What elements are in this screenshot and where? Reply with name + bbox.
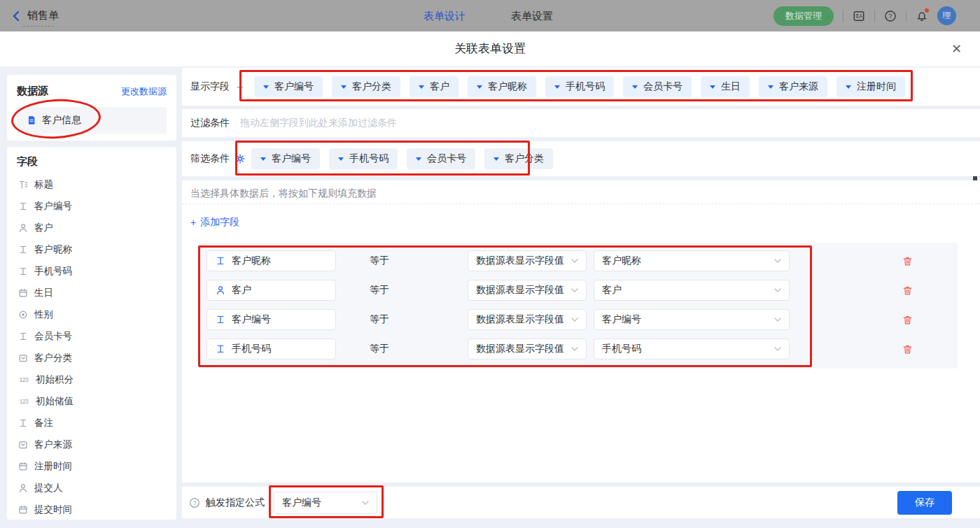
field-chip[interactable]: 生日 xyxy=(701,76,750,97)
field-item[interactable]: 客户分类 xyxy=(7,347,176,369)
avatar[interactable]: 理 xyxy=(937,6,956,25)
gear-icon[interactable] xyxy=(235,154,245,164)
topbar: 销售单 表单设计 表单设置 数据管理 A ? 理 xyxy=(0,0,980,31)
document-icon xyxy=(27,115,36,125)
field-item[interactable]: 123 初始积分 xyxy=(7,369,176,390)
rule-value-select[interactable]: 客户编号 xyxy=(594,309,790,330)
rule-source-select[interactable]: 数据源表显示字段值 xyxy=(468,280,587,301)
field-chip[interactable]: 客户分类 xyxy=(332,76,400,97)
chevron-down-icon xyxy=(341,85,346,89)
rule-target-field[interactable]: 客户编号 xyxy=(206,309,336,330)
field-item[interactable]: 提交人 xyxy=(7,477,176,499)
field-item[interactable]: 提交时间 xyxy=(7,499,176,520)
field-chip[interactable]: 手机号码 xyxy=(545,76,614,97)
datasource-selected-item[interactable]: 客户信息 xyxy=(17,107,167,134)
svg-text:A: A xyxy=(859,13,863,20)
field-item[interactable]: 手机号码 xyxy=(7,260,176,282)
chevron-down-icon xyxy=(477,85,482,89)
field-chip[interactable]: 会员卡号 xyxy=(623,76,692,97)
field-item[interactable]: 客户编号 xyxy=(7,195,176,217)
back-icon[interactable] xyxy=(11,10,21,22)
filter-condition-row[interactable]: 过滤条件 拖动左侧字段到此处来添加过滤条件 xyxy=(182,109,980,137)
field-item[interactable]: 客户昵称 xyxy=(7,238,176,260)
rule-source-select[interactable]: 数据源表显示字段值 xyxy=(468,338,587,359)
modal-header: 关联表单设置 ✕ xyxy=(0,31,980,66)
chevron-down-icon xyxy=(774,259,781,263)
radio-icon xyxy=(18,310,28,320)
fields-title: 字段 xyxy=(7,155,176,173)
field-item[interactable]: 会员卡号 xyxy=(7,325,176,347)
field-item[interactable]: 注册时间 xyxy=(7,455,176,477)
user-icon xyxy=(216,285,225,295)
display-fields-row: 显示字段 + 客户编号 客户分类 客户 客户昵称 手机号码 会员卡号 生日 客户… xyxy=(182,68,980,106)
field-item[interactable]: 生日 xyxy=(7,282,176,304)
help-icon[interactable]: ? xyxy=(884,10,897,22)
rule-value-select[interactable]: 客户 xyxy=(594,280,790,301)
datasource-title: 数据源 xyxy=(17,85,48,98)
field-item[interactable]: 客户来源 xyxy=(7,434,176,455)
text-field-icon xyxy=(18,245,28,255)
close-icon[interactable]: ✕ xyxy=(951,41,962,57)
tab-form-design[interactable]: 表单设计 xyxy=(424,0,465,31)
notification-bell-icon[interactable] xyxy=(916,10,928,22)
rule-operator: 等于 xyxy=(370,343,391,355)
text-field-icon xyxy=(216,256,225,266)
rule-value-select[interactable]: 客户昵称 xyxy=(594,250,790,271)
calendar-icon xyxy=(18,505,28,515)
text-field-icon xyxy=(216,315,225,324)
field-item[interactable]: 备注 xyxy=(7,412,176,434)
divider xyxy=(874,10,875,22)
fields-card: 字段 标题 客户编号 客户 客户昵称 手机号码 xyxy=(7,147,176,520)
field-chip[interactable]: 手机号码 xyxy=(329,148,398,169)
chevron-down-icon xyxy=(554,85,560,89)
delete-rule-icon[interactable] xyxy=(902,344,913,355)
tab-form-settings[interactable]: 表单设置 xyxy=(511,0,553,31)
screening-condition-row: 筛选条件 客户编号 手机号码 会员卡号 客户分类 xyxy=(182,141,980,176)
delete-rule-icon[interactable] xyxy=(902,315,913,325)
trigger-formula-select[interactable]: 客户编号 xyxy=(274,492,377,514)
delete-rule-icon[interactable] xyxy=(902,256,913,266)
add-field-link[interactable]: + 添加字段 xyxy=(190,216,239,229)
svg-text:?: ? xyxy=(193,499,197,506)
footer-bar: ? 触发指定公式 客户编号 保存 xyxy=(182,487,980,518)
chevron-down-icon xyxy=(571,288,578,292)
data-manage-button[interactable]: 数据管理 xyxy=(774,6,834,26)
change-datasource-link[interactable]: 更改数据源 xyxy=(121,85,167,98)
rule-value-select[interactable]: 手机号码 xyxy=(594,338,790,359)
rule-row: 手机号码 等于 数据源表显示字段值 手机号码 xyxy=(206,338,949,359)
rule-target-field[interactable]: 客户昵称 xyxy=(206,250,336,271)
rule-target-field[interactable]: 手机号码 xyxy=(206,338,336,359)
field-chip[interactable]: 客户分类 xyxy=(484,148,553,169)
help-circle-icon[interactable]: ? xyxy=(189,497,200,508)
field-item[interactable]: 客户 xyxy=(7,217,176,238)
field-chip[interactable]: 客户 xyxy=(410,76,458,97)
field-chip[interactable]: 客户昵称 xyxy=(468,76,536,97)
heading-icon xyxy=(18,180,28,190)
trigger-formula-label: 触发指定公式 xyxy=(206,497,265,509)
rule-source-select[interactable]: 数据源表显示字段值 xyxy=(468,309,587,330)
rule-row: 客户编号 等于 数据源表显示字段值 客户编号 xyxy=(206,309,949,330)
field-chip[interactable]: 客户来源 xyxy=(759,76,827,97)
rule-source-select[interactable]: 数据源表显示字段值 xyxy=(468,250,587,271)
rule-row: 客户昵称 等于 数据源表显示字段值 客户昵称 xyxy=(206,250,949,271)
field-item[interactable]: 标题 xyxy=(7,173,176,195)
field-chip[interactable]: 会员卡号 xyxy=(407,148,475,169)
datasource-card: 数据源 更改数据源 客户信息 xyxy=(7,75,176,141)
chevron-down-icon xyxy=(338,157,344,161)
extensions-icon[interactable]: A xyxy=(853,10,865,22)
field-chip[interactable]: 注册时间 xyxy=(836,76,905,97)
rule-operator: 等于 xyxy=(370,313,391,326)
form-name[interactable]: 销售单 xyxy=(27,9,59,22)
dropdown-field-icon xyxy=(18,353,28,363)
svg-text:?: ? xyxy=(888,12,892,20)
save-button[interactable]: 保存 xyxy=(897,491,952,515)
chevron-down-icon xyxy=(571,259,578,263)
field-item[interactable]: 性别 xyxy=(7,304,176,325)
rule-target-field[interactable]: 客户 xyxy=(206,280,336,301)
add-display-field-button[interactable]: + xyxy=(237,81,244,93)
field-chip[interactable]: 客户编号 xyxy=(254,76,323,97)
field-item[interactable]: 123 初始储值 xyxy=(7,390,176,412)
delete-rule-icon[interactable] xyxy=(902,285,913,296)
chevron-down-icon xyxy=(710,85,715,89)
field-chip[interactable]: 客户编号 xyxy=(251,148,320,169)
